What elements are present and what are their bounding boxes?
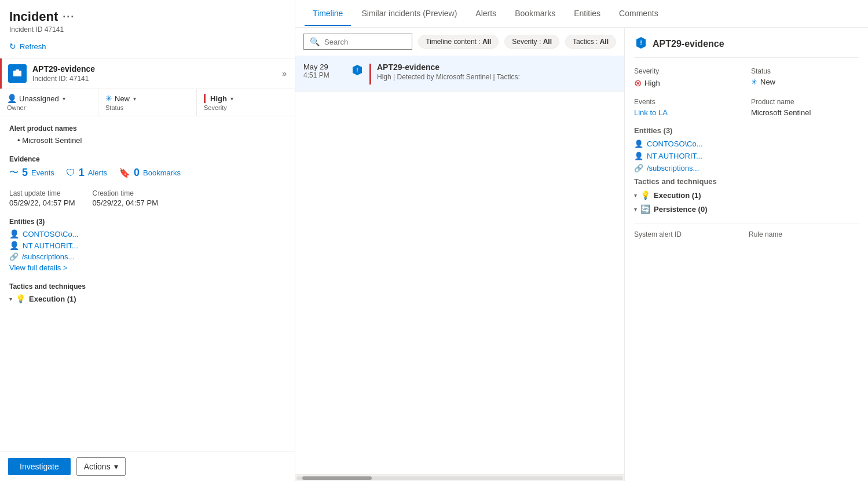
alerts-link[interactable]: Alerts: [88, 168, 107, 177]
entity-link-1[interactable]: NT AUTHORIT...: [23, 241, 78, 250]
detail-tactics-execution[interactable]: ▾ 💡 Execution (1): [634, 190, 859, 200]
detail-severity-icon: ⊗: [634, 78, 642, 89]
status-value: New: [115, 94, 130, 103]
detail-events-link[interactable]: Link to LA: [634, 108, 742, 117]
detail-tactics-execution-label: Execution (1): [654, 191, 701, 200]
scrollbar-thumb[interactable]: [302, 476, 372, 480]
entity-item-1[interactable]: 👤 NT AUTHORIT...: [9, 241, 285, 250]
owner-label: Owner: [7, 104, 91, 111]
alert-product-label: Alert product names: [9, 124, 285, 133]
entity-item-2[interactable]: 🔗 /subscriptions...: [9, 252, 285, 261]
tab-alerts[interactable]: Alerts: [467, 2, 504, 26]
detail-rule-name-label: Rule name: [749, 230, 859, 238]
tactics-execution-icon: 💡: [16, 294, 25, 303]
detail-link-to-la[interactable]: Link to LA: [634, 108, 668, 117]
scrollbar-track: [296, 476, 623, 480]
events-icon: 〜: [9, 167, 19, 179]
detail-status-label: Status: [751, 67, 859, 75]
bookmarks-evidence[interactable]: 🔖 0 Bookmarks: [119, 167, 181, 179]
detail-system-alert-label: System alert ID: [634, 230, 744, 238]
severity-selector[interactable]: High ▾ Severity: [197, 89, 295, 116]
actions-label: Actions: [84, 462, 111, 471]
detail-tactics-persistence-label: Persistence (0): [654, 205, 708, 214]
entity-user-icon-1: 👤: [9, 241, 19, 250]
tab-bookmarks[interactable]: Bookmarks: [507, 2, 563, 26]
right-area: Timeline Similar incidents (Preview) Ale…: [295, 0, 868, 481]
detail-entity-link-1[interactable]: NT AUTHORIT...: [647, 152, 702, 160]
search-icon: 🔍: [310, 37, 320, 46]
severity-bar: [0, 58, 2, 89]
detail-tactics-persistence[interactable]: ▾ 🔄 Persistence (0): [634, 204, 859, 214]
timeline-content-filter[interactable]: Timeline content : All: [418, 35, 499, 49]
incident-card-icon: [8, 64, 27, 83]
status-icon: ✳: [105, 94, 112, 103]
view-full-details[interactable]: View full details >: [9, 263, 285, 272]
detail-entity-2[interactable]: 🔗 /subscriptions...: [634, 164, 859, 172]
status-label: Status: [105, 104, 189, 111]
detail-status-icon: ✳: [751, 78, 757, 86]
tabs-bar: Timeline Similar incidents (Preview) Ale…: [295, 0, 868, 28]
alerts-evidence[interactable]: 🛡 1 Alerts: [66, 167, 107, 179]
left-scroll-area: Alert product names • Microsoft Sentinel…: [0, 116, 295, 451]
svg-rect-1: [16, 69, 19, 71]
detail-entity-icon-2: 🔗: [634, 164, 643, 172]
severity-filter[interactable]: Severity : All: [504, 35, 559, 49]
events-link[interactable]: Events: [31, 168, 54, 177]
entities-section: Entities (3) 👤 CONTOSO\Co... 👤 NT AUTHOR…: [9, 218, 285, 272]
detail-rule-name-field: Rule name: [749, 230, 859, 241]
detail-product-label: Product name: [751, 98, 859, 106]
detail-entity-1[interactable]: 👤 NT AUTHORIT...: [634, 152, 859, 160]
entity-item-0[interactable]: 👤 CONTOSO\Co...: [9, 229, 285, 238]
detail-entity-link-0[interactable]: CONTOSO\Co...: [647, 139, 703, 148]
last-update-col: Last update time 05/29/22, 04:57 PM: [9, 189, 75, 207]
metadata-row: 👤 Unassigned ▾ Owner ✳ New ▾ Status: [0, 89, 295, 116]
timeline-item-0[interactable]: May 29 4:51 PM ! APT29: [295, 56, 624, 92]
collapse-panel-button[interactable]: »: [282, 69, 287, 78]
detail-system-alert-field: System alert ID: [634, 230, 744, 241]
timeline-severity-bar-0: [369, 64, 371, 85]
events-evidence[interactable]: 〜 5 Events: [9, 167, 54, 179]
timeline-content-0: APT29-evidence High | Detected by Micros…: [377, 63, 616, 81]
tab-comments[interactable]: Comments: [611, 2, 666, 26]
severity-value: High: [210, 94, 227, 103]
detail-entity-0[interactable]: 👤 CONTOSO\Co...: [634, 139, 859, 148]
tactics-label: Tactics and techniques: [9, 282, 285, 291]
evidence-label: Evidence: [9, 155, 285, 163]
bookmarks-link[interactable]: Bookmarks: [143, 168, 181, 177]
alert-product-item: • Microsoft Sentinel: [17, 136, 285, 145]
actions-button[interactable]: Actions ▾: [76, 457, 126, 476]
severity-indicator: [204, 94, 206, 103]
timeline-horizontal-scrollbar[interactable]: [295, 474, 624, 481]
search-input[interactable]: [324, 38, 406, 46]
tab-entities[interactable]: Entities: [566, 2, 609, 26]
status-selector[interactable]: ✳ New ▾ Status: [98, 89, 197, 116]
owner-selector[interactable]: 👤 Unassigned ▾ Owner: [0, 89, 98, 116]
entity-link-2[interactable]: /subscriptions...: [22, 252, 74, 261]
tab-similar-incidents[interactable]: Similar incidents (Preview): [353, 2, 465, 26]
incident-card: APT29-evidence Incident ID: 47141 »: [0, 58, 295, 89]
investigate-button[interactable]: Investigate: [8, 458, 71, 475]
detail-tactics-title: Tactics and techniques: [634, 177, 859, 186]
tactics-filter-value: All: [600, 38, 609, 46]
tactics-execution-row[interactable]: ▾ 💡 Execution (1): [9, 294, 285, 303]
svg-text:!: !: [356, 67, 358, 74]
detail-entity-icon-0: 👤: [634, 139, 643, 148]
owner-value: Unassigned: [19, 94, 59, 103]
detail-header: ! APT29-evidence: [634, 36, 859, 58]
search-box[interactable]: 🔍: [303, 34, 412, 50]
entity-link-0[interactable]: CONTOSO\Co...: [23, 230, 79, 238]
alert-product-section: Alert product names • Microsoft Sentinel: [9, 124, 285, 145]
detail-entity-icon-1: 👤: [634, 152, 643, 160]
creation-time-col: Creation time 05/29/22, 04:57 PM: [92, 189, 158, 207]
timeline-toolbar: 🔍 Timeline content : All Severity : All …: [295, 28, 624, 56]
tab-timeline[interactable]: Timeline: [305, 2, 351, 26]
severity-label: Severity: [204, 104, 288, 111]
tactics-filter[interactable]: Tactics : All: [565, 35, 616, 49]
ellipsis-menu[interactable]: ···: [63, 11, 75, 23]
detail-status-field: Status ✳ New: [751, 67, 859, 89]
dates-row: Last update time 05/29/22, 04:57 PM Crea…: [9, 189, 285, 207]
content-filter-value: All: [482, 38, 491, 46]
refresh-button[interactable]: ↻ Refresh: [9, 39, 285, 53]
evidence-section: Evidence 〜 5 Events 🛡 1 Alerts: [9, 155, 285, 179]
detail-entity-link-2[interactable]: /subscriptions...: [647, 164, 699, 172]
